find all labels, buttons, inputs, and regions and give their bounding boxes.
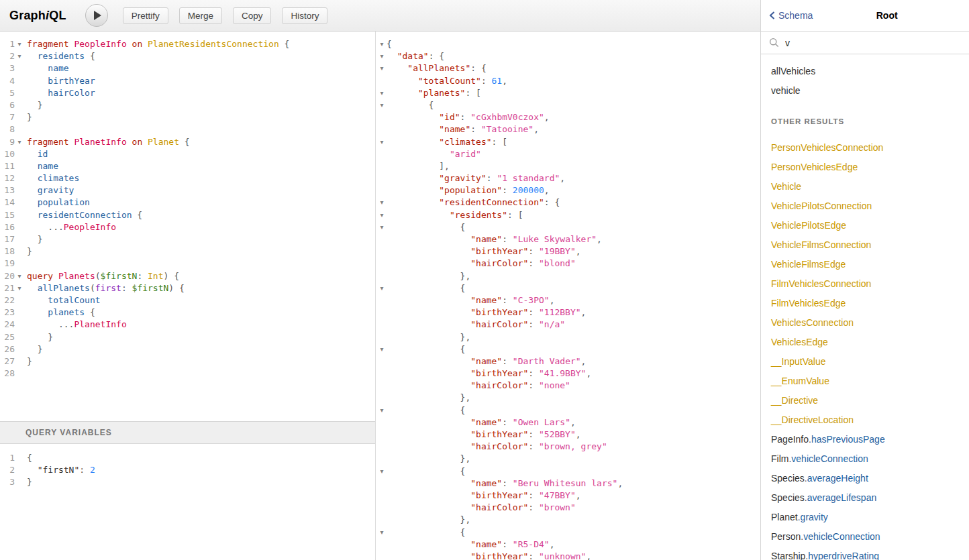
type-link: Vehicle: [771, 181, 801, 192]
doc-search-result-type-field[interactable]: Species.averageLifespan: [761, 488, 969, 507]
doc-search-result-type[interactable]: VehiclesConnection: [761, 313, 969, 332]
code-token: climates: [38, 173, 80, 183]
query-variables-title-bar[interactable]: QUERY VARIABLES: [0, 421, 375, 444]
fold-toggle-icon[interactable]: ▾: [377, 38, 387, 50]
code-token: "birthYear": [470, 368, 528, 378]
doc-title: Root: [813, 10, 961, 21]
code-token: fragment: [27, 39, 69, 49]
fold-toggle-icon[interactable]: ▾: [377, 197, 387, 209]
fold-toggle-icon[interactable]: ▾: [377, 136, 387, 148]
code-token: "birthYear": [470, 307, 528, 317]
result-viewer[interactable]: ▾{▾ "data": {▾ "allPlanets": { "totalCou…: [376, 32, 760, 560]
doc-other-results: PersonVehiclesConnectionPersonVehiclesEd…: [761, 137, 969, 560]
fold-toggle-icon[interactable]: ▾: [15, 270, 24, 282]
code-token: {: [387, 405, 465, 415]
merge-button[interactable]: Merge: [179, 7, 222, 24]
code-text: birthYear: [24, 75, 375, 87]
doc-search-result-type[interactable]: Vehicle: [761, 176, 969, 196]
line-number: 5: [0, 87, 15, 99]
doc-search-result-type[interactable]: VehiclePilotsConnection: [761, 196, 969, 215]
fold-gutter-spacer: [377, 172, 387, 184]
code-token: :: [502, 417, 513, 427]
fold-toggle-icon[interactable]: ▾: [377, 50, 387, 62]
doc-search-result-type[interactable]: VehiclesEdge: [761, 332, 969, 351]
fold-gutter-spacer: [15, 368, 24, 380]
line-number: 8: [0, 123, 15, 135]
fold-toggle-icon[interactable]: ▾: [377, 465, 387, 478]
doc-search-result-type[interactable]: FilmVehiclesEdge: [761, 293, 969, 313]
code-token: [387, 234, 470, 244]
doc-search-result-type-field[interactable]: Planet.gravity: [761, 507, 969, 526]
doc-search-result-field[interactable]: allVehicles: [761, 61, 969, 80]
doc-search-result-field[interactable]: vehicle: [761, 80, 969, 100]
fold-toggle-icon[interactable]: ▾: [377, 62, 387, 74]
execute-button[interactable]: [85, 4, 108, 27]
code-line: "id": "cGxhbmV0czox",: [377, 111, 760, 123]
code-token: "unknown": [539, 551, 586, 560]
code-line: "birthYear": "52BBY",: [377, 429, 760, 441]
code-token: :: [460, 112, 471, 122]
copy-button[interactable]: Copy: [233, 7, 272, 24]
doc-search-result-type[interactable]: FilmVehiclesConnection: [761, 274, 969, 293]
query-editor[interactable]: 1▾fragment PeopleInfo on PlanetResidents…: [0, 32, 375, 421]
fold-toggle-icon[interactable]: ▾: [15, 50, 24, 62]
doc-search-result-type[interactable]: __DirectiveLocation: [761, 410, 969, 429]
query-variables-editor[interactable]: 1{2 "firstN": 23}: [0, 444, 375, 560]
code-token: :: [470, 124, 481, 134]
fold-toggle-icon[interactable]: ▾: [15, 136, 24, 148]
field-link: hasPreviousPage: [811, 434, 885, 445]
fold-toggle-icon[interactable]: ▾: [377, 87, 387, 99]
code-token: [387, 197, 439, 207]
code-line: "hairColor": "brown, grey": [377, 441, 760, 453]
doc-search-result-type-field[interactable]: PageInfo.hasPreviousPage: [761, 429, 969, 449]
code-token: [27, 161, 38, 171]
doc-search-result-type[interactable]: VehiclePilotsEdge: [761, 215, 969, 235]
code-token: [387, 173, 439, 183]
fold-gutter-spacer: [377, 233, 387, 245]
code-text: "hairColor": "n/a": [387, 319, 760, 331]
code-token: ) {: [164, 271, 179, 281]
doc-search-result-type-field[interactable]: Film.vehicleConnection: [761, 449, 969, 468]
fold-toggle-icon[interactable]: ▾: [15, 282, 24, 294]
doc-search-result-type-field[interactable]: Person.vehicleConnection: [761, 526, 969, 546]
doc-search-result-type[interactable]: __EnumValue: [761, 371, 969, 390]
field-link: hyperdriveRating: [808, 551, 879, 560]
prettify-button[interactable]: Prettify: [123, 7, 168, 24]
doc-search-result-type-field[interactable]: Starship.hyperdriveRating: [761, 546, 969, 560]
fold-gutter-spacer: [377, 490, 387, 502]
fold-toggle-icon[interactable]: ▾: [377, 526, 387, 539]
doc-search-result-type[interactable]: __InputValue: [761, 351, 969, 371]
code-token: [142, 137, 148, 147]
type-link: PersonVehiclesConnection: [771, 142, 883, 153]
code-token: :: [121, 283, 132, 293]
fold-toggle-icon[interactable]: ▾: [377, 209, 387, 221]
fold-toggle-icon[interactable]: ▾: [377, 221, 387, 233]
code-line: "name": "Darth Vader",: [377, 355, 760, 368]
code-token: name: [48, 63, 68, 73]
doc-search-result-type[interactable]: PersonVehiclesEdge: [761, 157, 969, 176]
code-token: {: [85, 307, 95, 317]
history-button[interactable]: History: [282, 7, 327, 24]
doc-search-result-type[interactable]: PersonVehiclesConnection: [761, 137, 969, 157]
code-line: 15 residentConnection {: [0, 209, 375, 221]
doc-search-result-type[interactable]: VehicleFilmsConnection: [761, 235, 969, 254]
doc-search-result-type[interactable]: VehicleFilmsEdge: [761, 254, 969, 274]
code-token: "1 standard": [497, 173, 560, 183]
doc-search-result-type[interactable]: __Directive: [761, 390, 969, 410]
code-token: "allPlanets": [407, 63, 470, 73]
fold-toggle-icon[interactable]: ▾: [15, 38, 24, 50]
code-line: ▾ {: [377, 99, 760, 111]
fold-toggle-icon[interactable]: ▾: [377, 343, 387, 355]
code-line: 9▾fragment PlanetInfo on Planet {: [0, 136, 375, 148]
fold-toggle-icon[interactable]: ▾: [377, 99, 387, 111]
line-number: 10: [0, 148, 15, 160]
doc-back-button[interactable]: Schema: [769, 10, 813, 21]
code-token: "firstN": [38, 465, 80, 475]
code-token: "41.9BBY": [539, 368, 586, 378]
code-token: }: [27, 234, 42, 244]
fold-toggle-icon[interactable]: ▾: [377, 282, 387, 294]
fold-toggle-icon[interactable]: ▾: [377, 404, 387, 416]
code-token: "climates": [439, 137, 491, 147]
doc-search-result-type-field[interactable]: Species.averageHeight: [761, 468, 969, 488]
search-input[interactable]: [784, 37, 961, 49]
